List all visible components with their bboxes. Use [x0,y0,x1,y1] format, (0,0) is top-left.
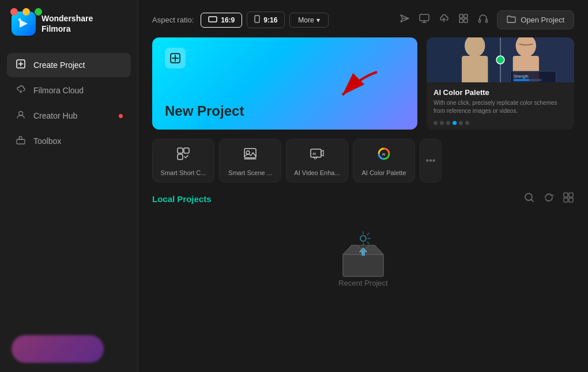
ar-16-9-icon [208,16,217,24]
sidebar-item-creator-hub[interactable]: Creator Hub [7,104,131,128]
svg-text:Strength: Strength [514,74,529,79]
shortcut-ai-video-enhance[interactable]: AI AI Video Enha... [286,139,348,183]
create-project-label: Create Project [33,60,85,70]
svg-rect-42 [569,198,573,202]
grid-icon[interactable] [458,13,469,27]
svg-point-2 [19,112,23,116]
main-content: Aspect ratio: 16:9 9:16 More [138,0,588,372]
app-logo: Wondershare Filmora [0,0,138,47]
topbar: Aspect ratio: 16:9 9:16 More [138,0,588,37]
open-project-button[interactable]: Open Project [497,10,574,29]
more-label: More [298,16,314,24]
shortcut-smart-scene[interactable]: Smart Scene ... [219,139,281,183]
ar-16-9-label: 16:9 [221,16,235,24]
filmora-cloud-label: Filmora Cloud [33,86,84,95]
feature-image: Strength Protect Skin Tones [427,37,574,82]
svg-rect-45 [361,252,365,256]
svg-rect-29 [178,148,183,153]
refresh-icon[interactable] [543,192,555,206]
svg-point-44 [360,236,366,241]
layout-grid-icon[interactable] [563,192,574,206]
svg-rect-41 [564,198,568,202]
sidebar: Wondershare Filmora Create Project Fi [0,0,138,372]
ai-video-label: AI Video Enha... [294,169,340,176]
aspect-ratio-16-9[interactable]: 16:9 [201,13,242,28]
topbar-right: Open Project [399,10,574,29]
feature-photo: Strength Protect Skin Tones [427,37,574,82]
more-shortcuts-button[interactable]: ••• [420,139,442,183]
svg-rect-11 [479,20,481,22]
more-button[interactable]: More ▾ [289,13,328,28]
svg-text:Protect Skin Tones: Protect Skin Tones [514,82,547,82]
close-button[interactable] [10,8,18,16]
carousel-dot-5[interactable] [459,121,463,125]
search-icon[interactable] [523,192,535,206]
shortcut-smart-short[interactable]: Smart Short C... [152,139,214,183]
svg-text:AI: AI [312,152,316,155]
carousel-dot-1[interactable] [434,121,438,125]
svg-rect-40 [569,193,573,197]
carousel-dot-3[interactable] [446,121,450,125]
ar-9-16-icon [254,15,260,25]
carousel-dot-2[interactable] [440,121,444,125]
open-project-label: Open Project [521,16,564,24]
aspect-ratio-9-16[interactable]: 9:16 [247,12,285,28]
svg-rect-7 [459,14,463,18]
empty-state: Recent Project [152,215,574,363]
svg-rect-43 [343,255,383,276]
toolbox-label: Toolbox [33,136,61,146]
monitor-icon[interactable] [419,13,430,27]
ai-color-icon: AI [376,146,391,165]
svg-point-0 [18,18,21,21]
smart-scene-label: Smart Scene ... [228,169,272,176]
sidebar-item-toolbox[interactable]: Toolbox [7,129,131,153]
empty-box-icon [331,227,395,279]
svg-rect-39 [564,193,568,197]
creator-hub-icon [15,109,27,122]
creator-hub-notification-dot [119,114,123,118]
headphone-icon[interactable] [477,13,489,27]
new-project-label: New Project [165,103,405,119]
top-content-row: New Project [152,37,574,130]
feature-description: With one click, precisely replicate colo… [434,99,567,115]
local-projects-title: Local Projects [152,194,212,204]
folder-icon [507,15,516,25]
window-controls [10,8,42,16]
carousel-dot-6[interactable] [465,121,469,125]
feature-title: AI Color Palette [434,88,567,97]
svg-rect-8 [464,14,468,18]
svg-rect-19 [462,56,488,82]
maximize-button[interactable] [35,8,42,16]
svg-rect-10 [464,19,468,22]
smart-short-icon [176,146,191,165]
add-icon [165,48,186,69]
smart-scene-icon [243,146,258,165]
svg-rect-4 [209,17,217,22]
cloud-upload-icon[interactable] [438,13,450,27]
ellipsis-icon: ••• [426,155,436,166]
sidebar-item-filmora-cloud[interactable]: Filmora Cloud [7,78,131,103]
local-projects-actions [523,192,574,206]
shortcuts-row: Smart Short C... Smart Scene ... [152,139,574,183]
svg-rect-31 [178,154,183,160]
svg-text:AI: AI [382,153,386,156]
user-avatar[interactable] [12,335,104,363]
sidebar-navigation: Create Project Filmora Cloud Creator Hub [0,47,138,159]
send-icon[interactable] [399,13,410,27]
local-projects-header: Local Projects [152,192,574,206]
shortcut-ai-color-palette[interactable]: AI AI Color Palette [353,139,415,183]
svg-rect-3 [17,139,25,144]
ar-9-16-label: 9:16 [263,16,277,24]
ai-color-label: AI Color Palette [361,169,406,176]
carousel-dot-4[interactable] [453,121,457,125]
filmora-cloud-icon [15,84,27,97]
sidebar-item-create-project[interactable]: Create Project [7,53,131,77]
minimize-button[interactable] [22,8,30,16]
svg-rect-6 [420,14,429,21]
aspect-ratio-group: Aspect ratio: 16:9 9:16 More [152,12,329,28]
svg-rect-30 [184,148,189,153]
aspect-ratio-label: Aspect ratio: [152,16,194,24]
svg-rect-5 [255,16,259,22]
new-project-card[interactable]: New Project [152,37,417,130]
smart-short-label: Smart Short C... [161,169,206,176]
